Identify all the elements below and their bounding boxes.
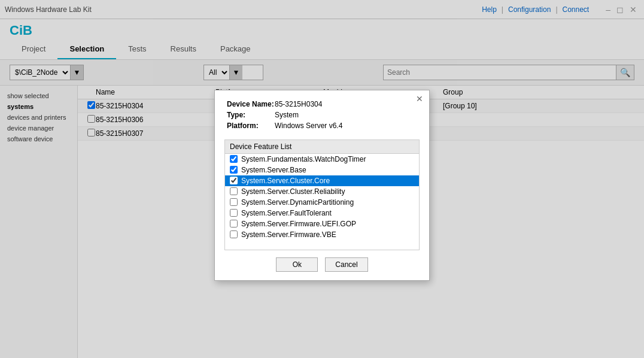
feature-checkbox-3[interactable] [230,187,238,195]
feature-checkbox-0[interactable] [230,155,238,163]
feature-item-4[interactable]: System.Server.DynamicPartitioning [225,197,419,208]
modal-buttons: Ok Cancel [215,257,429,280]
feature-item-2[interactable]: System.Server.Cluster.Core [225,175,419,186]
type-value: System [275,111,299,119]
feature-checkbox-2[interactable] [230,177,238,184]
device-name-label: Device Name: [227,100,275,108]
cancel-button[interactable]: Cancel [325,257,367,272]
feature-item-7[interactable]: System.Server.Firmware.VBE [225,229,419,240]
platform-label: Platform: [227,122,275,130]
feature-label-4: System.Server.DynamicPartitioning [241,198,354,207]
feature-item-0[interactable]: System.Fundamentals.WatchDogTimer [225,154,419,165]
feature-label-6: System.Server.Firmware.UEFI.GOP [241,220,356,228]
ok-button[interactable]: Ok [276,257,318,272]
feature-checkbox-7[interactable] [230,230,238,238]
modal-device-info: Device Name: 85-3215H0304 Type: System P… [215,90,429,139]
feature-label-1: System.Server.Base [241,166,306,174]
feature-checkbox-6[interactable] [230,220,238,227]
feature-item-1[interactable]: System.Server.Base [225,165,419,175]
feature-label-0: System.Fundamentals.WatchDogTimer [241,155,366,163]
modal-close-button[interactable]: ✕ [416,94,423,104]
feature-checkbox-4[interactable] [230,198,238,206]
feature-label-7: System.Server.Firmware.VBE [241,230,336,239]
feature-item-3[interactable]: System.Server.Cluster.Reliability [225,186,419,197]
device-name-value: 85-3215H0304 [275,100,322,108]
platform-value: Windows Server v6.4 [275,122,342,130]
feature-label-5: System.Server.FaultTolerant [241,209,332,217]
modal-feature-list: Device Feature List System.Fundamentals.… [224,139,420,250]
modal: ✕ Device Name: 85-3215H0304 Type: System… [214,90,430,281]
feature-checkbox-5[interactable] [230,209,238,217]
feature-list-body[interactable]: System.Fundamentals.WatchDogTimer System… [225,154,419,250]
feature-item-5[interactable]: System.Server.FaultTolerant [225,208,419,219]
feature-item-6[interactable]: System.Server.Firmware.UEFI.GOP [225,219,419,229]
feature-label-3: System.Server.Cluster.Reliability [241,187,345,196]
type-label: Type: [227,111,275,119]
feature-list-header: Device Feature List [225,140,419,154]
feature-label-2: System.Server.Cluster.Core [241,177,330,185]
modal-overlay: ✕ Device Name: 85-3215H0304 Type: System… [0,0,644,358]
feature-checkbox-1[interactable] [230,166,238,174]
